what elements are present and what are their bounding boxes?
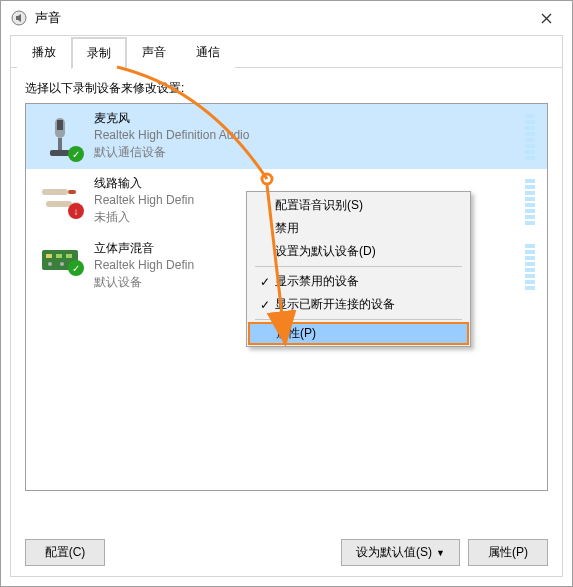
chevron-down-icon: ▼ <box>436 548 445 558</box>
menu-label: 属性(P) <box>276 325 459 342</box>
menu-show-disconnected[interactable]: ✓ 显示已断开连接的设备 <box>249 293 468 316</box>
svg-point-14 <box>60 262 64 266</box>
close-button[interactable] <box>526 4 566 32</box>
menu-show-disabled[interactable]: ✓ 显示禁用的设备 <box>249 270 468 293</box>
line-in-icon: ↓ <box>34 175 86 219</box>
set-default-button[interactable]: 设为默认值(S) ▼ <box>341 539 460 566</box>
dialog-button-row: 配置(C) 设为默认值(S) ▼ 属性(P) <box>11 539 562 566</box>
device-status: 默认通信设备 <box>94 144 525 161</box>
menu-label: 配置语音识别(S) <box>275 197 460 214</box>
tab-playback[interactable]: 播放 <box>17 37 71 69</box>
check-icon: ✓ <box>255 298 275 312</box>
check-icon: ✓ <box>255 275 275 289</box>
stereo-mix-icon: ✓ <box>34 240 86 276</box>
down-badge-icon: ↓ <box>68 203 84 219</box>
menu-label: 显示已断开连接的设备 <box>275 296 460 313</box>
device-context-menu: 配置语音识别(S) 禁用 设置为默认设备(D) ✓ 显示禁用的设备 ✓ 显示已断… <box>246 191 471 347</box>
svg-point-13 <box>48 262 52 266</box>
close-icon <box>541 13 552 24</box>
sound-icon <box>11 10 27 26</box>
menu-set-default[interactable]: 设置为默认设备(D) <box>249 240 468 263</box>
svg-rect-3 <box>58 138 62 150</box>
button-label: 属性(P) <box>488 544 528 561</box>
configure-button[interactable]: 配置(C) <box>25 539 105 566</box>
level-meter <box>525 179 535 227</box>
svg-rect-4 <box>50 150 70 156</box>
check-badge-icon: ✓ <box>68 146 84 162</box>
device-name: 线路输入 <box>94 175 525 192</box>
properties-button[interactable]: 属性(P) <box>468 539 548 566</box>
svg-rect-10 <box>46 254 52 258</box>
button-label: 设为默认值(S) <box>356 544 432 561</box>
level-meter <box>525 114 535 162</box>
svg-rect-11 <box>56 254 62 258</box>
menu-separator <box>255 319 462 320</box>
tab-sounds[interactable]: 声音 <box>127 37 181 69</box>
menu-label: 显示禁用的设备 <box>275 273 460 290</box>
device-microphone[interactable]: ✓ 麦克风 Realtek High Definition Audio 默认通信… <box>26 104 547 169</box>
tab-communications[interactable]: 通信 <box>181 37 235 69</box>
check-badge-icon: ✓ <box>68 260 84 276</box>
window-title: 声音 <box>35 9 526 27</box>
tab-recording[interactable]: 录制 <box>71 37 127 69</box>
menu-separator <box>255 266 462 267</box>
level-meter <box>525 244 535 292</box>
svg-rect-12 <box>66 254 72 258</box>
device-name: 麦克风 <box>94 110 525 127</box>
svg-rect-2 <box>57 120 63 130</box>
menu-label: 禁用 <box>275 220 460 237</box>
titlebar: 声音 <box>1 1 572 35</box>
svg-rect-5 <box>42 189 68 195</box>
menu-disable[interactable]: 禁用 <box>249 217 468 240</box>
sound-dialog: 声音 播放 录制 声音 通信 选择以下录制设备来修改设置: <box>0 0 573 587</box>
menu-label: 设置为默认设备(D) <box>275 243 460 260</box>
device-text: 麦克风 Realtek High Definition Audio 默认通信设备 <box>86 110 525 161</box>
microphone-icon: ✓ <box>34 110 86 162</box>
menu-configure-speech[interactable]: 配置语音识别(S) <box>249 194 468 217</box>
menu-properties[interactable]: 属性(P) <box>248 322 469 345</box>
device-driver: Realtek High Definition Audio <box>94 127 525 144</box>
button-label: 配置(C) <box>45 544 86 561</box>
svg-rect-6 <box>68 190 76 194</box>
instruction-label: 选择以下录制设备来修改设置: <box>25 80 548 97</box>
tab-strip: 播放 录制 声音 通信 <box>17 36 562 68</box>
